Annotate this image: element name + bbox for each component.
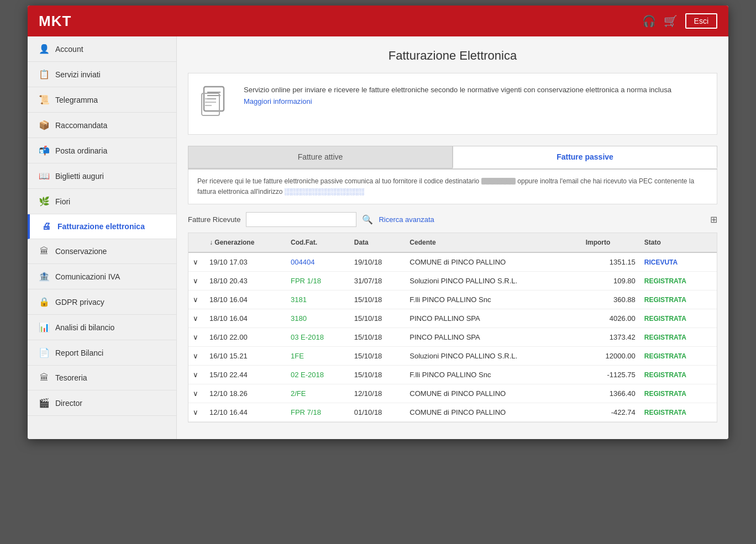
row-chevron-0[interactable]: ∨	[188, 252, 205, 272]
sidebar-item-comunicazioni-iva[interactable]: 🏦 Comunicazioni IVA	[28, 264, 176, 289]
tab-fatture-passive[interactable]: Fatture passive	[453, 146, 717, 168]
row-chevron-6[interactable]: ∨	[188, 366, 205, 384]
support-icon[interactable]: 🎧	[642, 14, 656, 28]
th-cod-fat: Cod.Fat.	[286, 233, 350, 252]
sidebar-label-director: Director	[55, 399, 82, 408]
row-data-8: 01/10/18	[350, 403, 406, 422]
report-bilanci-icon: 📄	[39, 347, 50, 358]
fiori-icon: 🌿	[39, 196, 50, 207]
export-icon[interactable]: ⊞	[710, 214, 717, 225]
sidebar-item-fatturazione-elettronica[interactable]: 🖨 Fatturazione elettronica	[28, 214, 176, 239]
sidebar-item-director[interactable]: 🎬 Director	[28, 390, 176, 416]
row-data-2: 15/10/18	[350, 291, 406, 309]
sidebar-label-tesoreria: Tesoreria	[55, 373, 87, 382]
sidebar-item-raccomandata[interactable]: 📦 Raccomandata	[28, 113, 176, 138]
invoices-table-container: ↓ Generazione Cod.Fat. Data Cedente Impo…	[188, 233, 717, 422]
row-cod-fat-8[interactable]: FPR 7/18	[286, 403, 350, 422]
sidebar-item-telegramma[interactable]: 📜 Telegramma	[28, 87, 176, 113]
row-data-3: 15/10/18	[350, 309, 406, 328]
row-cedente-8: COMUNE di PINCO PALLINO	[405, 403, 581, 422]
th-importo: Importo	[581, 233, 640, 252]
sidebar-label-posta-ordinaria: Posta ordinaria	[55, 146, 107, 155]
raccomandata-icon: 📦	[39, 120, 50, 130]
table-row: ∨ 15/10 22.44 02 E-2018 15/10/18 F.lli P…	[188, 366, 717, 384]
table-row: ∨ 18/10 16.04 3180 15/10/18 PINCO PALLIN…	[188, 309, 717, 328]
row-data-4: 15/10/18	[350, 328, 406, 347]
director-icon: 🎬	[39, 398, 50, 408]
table-row: ∨ 12/10 18.26 2/FE 12/10/18 COMUNE di PI…	[188, 384, 717, 403]
row-cedente-3: PINCO PALLINO SPA	[405, 309, 581, 328]
app-window: MKT 🎧 🛒 Esci 👤 Account 📋 Servizi inviati…	[28, 6, 728, 439]
row-cod-fat-7[interactable]: 2/FE	[286, 384, 350, 403]
sidebar-item-conservazione[interactable]: 🏛 Conservazione	[28, 239, 176, 264]
th-cedente: Cedente	[405, 233, 581, 252]
sidebar-item-servizi-inviati[interactable]: 📋 Servizi inviati	[28, 62, 176, 87]
row-generazione-6: 15/10 22.44	[205, 366, 286, 384]
row-generazione-4: 16/10 22.00	[205, 328, 286, 347]
row-importo-5: 12000.00	[581, 347, 640, 366]
sidebar-item-gdpr-privacy[interactable]: 🔒 GDPR privacy	[28, 289, 176, 315]
sidebar-item-tesoreria[interactable]: 🏛 Tesoreria	[28, 366, 176, 390]
search-label: Fatture Ricevute	[188, 215, 240, 224]
table-row: ∨ 19/10 17.03 004404 19/10/18 COMUNE di …	[188, 252, 717, 272]
sidebar-item-report-bilanci[interactable]: 📄 Report Bilanci	[28, 340, 176, 366]
gdpr-privacy-icon: 🔒	[39, 297, 50, 307]
sidebar-label-telegramma: Telegramma	[55, 96, 98, 104]
row-stato-3: REGISTRATA	[640, 309, 717, 328]
sidebar-label-conservazione: Conservazione	[55, 247, 107, 256]
row-data-0: 19/10/18	[350, 252, 406, 272]
exit-button[interactable]: Esci	[685, 13, 717, 29]
row-cod-fat-1[interactable]: FPR 1/18	[286, 272, 350, 291]
row-stato-1: REGISTRATA	[640, 272, 717, 291]
th-stato: Stato	[640, 233, 717, 252]
row-chevron-8[interactable]: ∨	[188, 403, 205, 422]
row-importo-6: -1125.75	[581, 366, 640, 384]
row-cod-fat-0[interactable]: 004404	[286, 252, 350, 272]
row-stato-4: REGISTRATA	[640, 328, 717, 347]
table-row: ∨ 16/10 15.21 1FE 15/10/18 Soluzioni PIN…	[188, 347, 717, 366]
row-chevron-1[interactable]: ∨	[188, 272, 205, 291]
servizi-inviati-icon: 📋	[39, 69, 50, 80]
sidebar-item-fiori[interactable]: 🌿 Fiori	[28, 189, 176, 214]
search-button[interactable]: 🔍	[362, 214, 373, 225]
posta-ordinaria-icon: 📬	[39, 145, 50, 156]
row-chevron-7[interactable]: ∨	[188, 384, 205, 403]
row-generazione-0: 19/10 17.03	[205, 252, 286, 272]
row-cod-fat-4[interactable]: 03 E-2018	[286, 328, 350, 347]
row-cedente-6: F.lli PINCO PALLINO Snc	[405, 366, 581, 384]
row-importo-0: 1351.15	[581, 252, 640, 272]
sidebar-item-analisi-bilancio[interactable]: 📊 Analisi di bilancio	[28, 315, 176, 340]
search-input[interactable]	[246, 212, 356, 227]
row-chevron-4[interactable]: ∨	[188, 328, 205, 347]
sidebar-label-report-bilanci: Report Bilanci	[55, 348, 103, 357]
th-generazione[interactable]: ↓ Generazione	[205, 233, 286, 252]
row-importo-7: 1366.40	[581, 384, 640, 403]
row-cod-fat-5[interactable]: 1FE	[286, 347, 350, 366]
advanced-search-link[interactable]: Ricerca avanzata	[379, 215, 434, 224]
sidebar-label-biglietti-auguri: Biglietti auguri	[55, 172, 104, 181]
row-cod-fat-2[interactable]: 3181	[286, 291, 350, 309]
table-row: ∨ 18/10 16.04 3181 15/10/18 F.lli PINCO …	[188, 291, 717, 309]
row-data-7: 12/10/18	[350, 384, 406, 403]
passive-info-text: Per ricevere qui le tue fatture elettron…	[197, 177, 481, 185]
page-title: Fatturazione Elettronica	[177, 36, 728, 73]
sidebar-item-biglietti-auguri[interactable]: 📖 Biglietti auguri	[28, 163, 176, 189]
row-importo-4: 1373.42	[581, 328, 640, 347]
row-data-5: 15/10/18	[350, 347, 406, 366]
service-more-link[interactable]: Maggiori informazioni	[244, 97, 312, 105]
row-data-1: 31/07/18	[350, 272, 406, 291]
row-chevron-5[interactable]: ∨	[188, 347, 205, 366]
row-importo-2: 360.88	[581, 291, 640, 309]
sidebar-item-posta-ordinaria[interactable]: 📬 Posta ordinaria	[28, 138, 176, 163]
row-chevron-2[interactable]: ∨	[188, 291, 205, 309]
destinatario-code: ░░░░░░░░	[481, 178, 516, 184]
sidebar-item-account[interactable]: 👤 Account	[28, 36, 176, 62]
tab-fatture-attive[interactable]: Fatture attive	[188, 146, 453, 168]
row-cod-fat-6[interactable]: 02 E-2018	[286, 366, 350, 384]
row-cod-fat-3[interactable]: 3180	[286, 309, 350, 328]
row-generazione-5: 16/10 15.21	[205, 347, 286, 366]
analisi-bilancio-icon: 📊	[39, 322, 50, 332]
row-chevron-3[interactable]: ∨	[188, 309, 205, 328]
search-bar: Fatture Ricevute 🔍 Ricerca avanzata ⊞	[188, 212, 717, 227]
cart-icon[interactable]: 🛒	[664, 14, 678, 28]
